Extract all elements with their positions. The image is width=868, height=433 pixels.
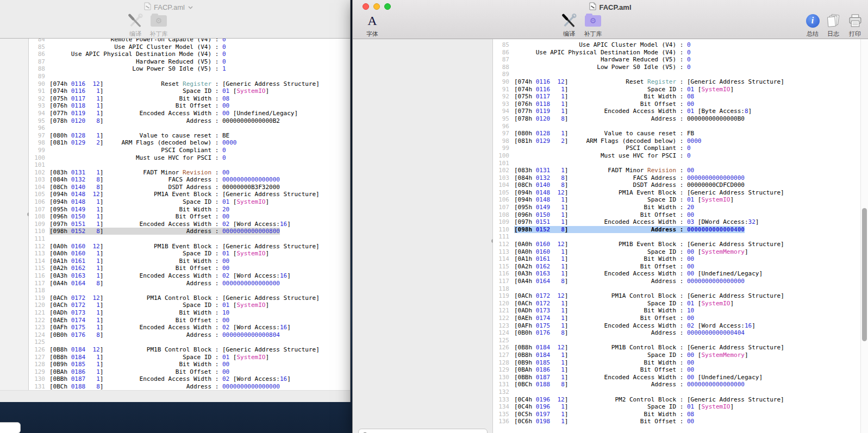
code-line[interactable]: 126[0B8h 0184 12] PM1B Control Block : [… xyxy=(493,344,861,352)
code-line[interactable]: 92[075h 0117 1] Bit Width : 08 xyxy=(493,93,861,101)
code-line[interactable]: 113[0A0h 0160 1] Space ID : 00 [SystemMe… xyxy=(493,248,861,256)
vertical-scrollbar[interactable] xyxy=(860,39,868,433)
code-line[interactable]: 94[077h 0119 1] Encoded Access Width : 0… xyxy=(29,110,347,117)
code-line[interactable]: 87 Hardware Reduced (V5) : 0 xyxy=(493,56,861,64)
code-line[interactable]: 130[0BBh 0187 1] Encoded Access Width : … xyxy=(493,374,861,381)
code-line[interactable]: 101 xyxy=(493,160,861,167)
code-line[interactable]: 88 Low Power S0 Idle (V5) : 0 xyxy=(493,64,861,71)
code-line[interactable]: 119[0ACh 0172 12] PM1A Control Block : [… xyxy=(493,292,861,300)
right-editor[interactable]: 85 Use APIC Cluster Model (V4) : 086 Use… xyxy=(493,39,861,433)
code-line[interactable]: 105[094h 0148 12] PM1A Event Block : [Ge… xyxy=(29,191,347,198)
code-line[interactable]: 100 Must use HVC for PSCI : 0 xyxy=(29,154,347,162)
code-line[interactable]: 105[094h 0148 12] PM1A Event Block : [Ge… xyxy=(493,189,861,197)
code-line[interactable]: 116[0A3h 0163 1] Encoded Access Width : … xyxy=(29,272,347,280)
code-line[interactable]: 136[0C6h 0198 1] Bit Offset : 00 xyxy=(493,418,861,425)
code-line[interactable]: 111 xyxy=(29,235,347,243)
code-line[interactable]: 93[076h 0118 1] Bit Offset : 00 xyxy=(29,102,347,110)
code-line[interactable]: 99 PSCI Compliant : 0 xyxy=(493,145,861,152)
code-line[interactable]: 107[095h 0149 1] Bit Width : 20 xyxy=(493,204,861,211)
code-line[interactable]: 132 xyxy=(493,388,861,396)
code-line[interactable]: 126[0B8h 0184 12] PM1B Control Block : [… xyxy=(29,346,347,354)
code-line[interactable]: 130[0BBh 0187 1] Encoded Access Width : … xyxy=(29,375,347,383)
code-line[interactable]: 118 xyxy=(493,285,861,293)
code-line[interactable]: 116[0A3h 0163 1] Encoded Access Width : … xyxy=(493,270,861,278)
code-line[interactable]: 103[084h 0132 8] FACS Address : 00000000… xyxy=(493,174,861,182)
code-line[interactable]: 107[095h 0149 1] Bit Width : 20 xyxy=(29,206,347,214)
code-line[interactable]: 104[08Ch 0140 8] DSDT Address : 00000000… xyxy=(29,184,347,191)
code-line[interactable]: 108[096h 0150 1] Bit Offset : 00 xyxy=(493,211,861,219)
log-button[interactable]: 日志 xyxy=(822,13,844,38)
code-line[interactable]: 120[0ACh 0172 1] Space ID : 01 [SystemIO… xyxy=(29,302,347,309)
code-line[interactable]: 110[098h 0152 8] Address : 0000000000000… xyxy=(29,228,347,235)
code-line[interactable]: 91[074h 0116 1] Space ID : 01 [SystemIO] xyxy=(29,87,347,95)
code-line[interactable]: 123[0AFh 0175 1] Encoded Access Width : … xyxy=(493,322,861,330)
code-line[interactable]: 117[0A4h 0164 8] Address : 0000000000000… xyxy=(493,278,861,285)
right-titlebar[interactable]: FACP.aml A 字体 编译 ⚙ xyxy=(353,0,868,39)
code-line[interactable]: 109[097h 0151 1] Encoded Access Width : … xyxy=(493,218,861,226)
code-line[interactable]: 122[0AEh 0174 1] Bit Offset : 00 xyxy=(493,315,861,322)
code-line[interactable]: 90[074h 0116 12] Reset Register : [Gener… xyxy=(29,80,347,88)
code-line[interactable]: 112[0A0h 0160 12] PM1B Event Block : [Ge… xyxy=(493,241,861,248)
code-line[interactable]: 118 xyxy=(29,287,347,294)
code-line[interactable]: 85 Use APIC Cluster Model (V4) : 0 xyxy=(493,41,861,49)
code-line[interactable]: 111 xyxy=(493,233,861,241)
code-line[interactable]: 98[081h 0129 2] ARM Flags (decoded below… xyxy=(493,137,861,145)
code-line[interactable]: 106[094h 0148 1] Space ID : 01 [SystemIO… xyxy=(493,196,861,204)
code-line[interactable]: 117[0A4h 0164 8] Address : 0000000000000… xyxy=(29,280,347,287)
code-line[interactable]: 97[080h 0128 1] Value to cause reset : F… xyxy=(493,130,861,137)
code-line[interactable]: 127[0B8h 0184 1] Space ID : 00 [SystemMe… xyxy=(493,352,861,359)
code-line[interactable]: 86 Use APIC Physical Destination Mode (V… xyxy=(29,51,347,58)
code-line[interactable]: 86 Use APIC Physical Destination Mode (V… xyxy=(493,49,861,57)
code-line[interactable]: 134[0C4h 0196 1] Space ID : 01 [SystemIO… xyxy=(493,403,861,411)
code-line[interactable]: 98[081h 0129 2] ARM Flags (decoded below… xyxy=(29,139,347,147)
code-line[interactable]: 97[080h 0128 1] Value to cause reset : B… xyxy=(29,132,347,140)
code-line[interactable]: 106[094h 0148 1] Space ID : 01 [SystemIO… xyxy=(29,198,347,206)
code-line[interactable]: 133[0C4h 0196 12] PM2 Control Block : [G… xyxy=(493,396,861,404)
code-line[interactable]: 87 Hardware Reduced (V5) : 0 xyxy=(29,58,347,66)
code-line[interactable]: 125 xyxy=(29,338,347,346)
code-line[interactable]: 95[078h 0120 8] Address : 00000000000000… xyxy=(29,117,347,125)
code-line[interactable]: 95[078h 0120 8] Address : 00000000000000… xyxy=(493,115,861,123)
code-line[interactable]: 125 xyxy=(493,337,861,344)
code-line[interactable]: 94[077h 0119 1] Encoded Access Width : 0… xyxy=(493,108,861,115)
code-line[interactable]: 120[0ACh 0172 1] Space ID : 01 [SystemIO… xyxy=(493,300,861,308)
left-filter-field[interactable] xyxy=(0,422,21,433)
code-line[interactable]: 99 PSCI Compliant : 0 xyxy=(29,147,347,154)
code-line[interactable]: 104[08Ch 0140 8] DSDT Address : 00000000… xyxy=(493,181,861,189)
code-line[interactable]: 84 Remote Power-on Capable (V4) : 0 xyxy=(29,39,347,43)
code-line[interactable]: 112[0A0h 0160 12] PM1B Event Block : [Ge… xyxy=(29,243,347,250)
code-line[interactable]: 102[083h 0131 1] FADT Minor Revision : 0… xyxy=(493,167,861,174)
code-line[interactable]: 123[0AFh 0175 1] Encoded Access Width : … xyxy=(29,324,347,331)
code-line[interactable]: 124[0B0h 0176 8] Address : 0000000000000… xyxy=(493,329,861,337)
code-line[interactable]: 91[074h 0116 1] Space ID : 01 [SystemIO] xyxy=(493,86,861,93)
code-line[interactable]: 90[074h 0116 12] Reset Register : [Gener… xyxy=(493,78,861,86)
code-line[interactable]: 131[0BCh 0188 8] Address : 0000000000000… xyxy=(29,383,347,390)
code-line[interactable]: 113[0A0h 0160 1] Space ID : 01 [SystemIO… xyxy=(29,250,347,258)
font-button[interactable]: A 字体 xyxy=(359,13,385,38)
code-line[interactable]: 108[096h 0150 1] Bit Offset : 00 xyxy=(29,213,347,221)
code-line[interactable]: 92[075h 0117 1] Bit Width : 08 xyxy=(29,95,347,103)
code-line[interactable]: 100 Must use HVC for PSCI : 0 xyxy=(493,152,861,160)
code-line[interactable]: 114[0A1h 0161 1] Bit Width : 00 xyxy=(493,255,861,263)
code-line[interactable]: 115[0A2h 0162 1] Bit Offset : 00 xyxy=(29,265,347,272)
left-titlebar[interactable]: FACP.aml 编译 ⚙ xyxy=(0,0,350,39)
code-line[interactable]: 103[084h 0132 8] FACS Address : 00000000… xyxy=(29,176,347,184)
code-line[interactable]: 135[0C5h 0197 1] Bit Width : 08 xyxy=(493,411,861,418)
code-line[interactable]: 110[098h 0152 8] Address : 0000000000000… xyxy=(493,226,861,234)
code-line[interactable]: 129[0BAh 0186 1] Bit Offset : 00 xyxy=(493,366,861,374)
print-button[interactable]: 打印 xyxy=(844,13,866,38)
code-line[interactable]: 122[0AEh 0174 1] Bit Offset : 00 xyxy=(29,317,347,324)
code-line[interactable]: 96 xyxy=(29,124,347,132)
code-line[interactable]: 121[0ADh 0173 1] Bit Width : 10 xyxy=(493,307,861,315)
compile-button[interactable]: 编译 xyxy=(558,13,580,38)
chevron-down-icon[interactable] xyxy=(188,4,193,10)
code-line[interactable]: 89 xyxy=(493,71,861,78)
left-editor[interactable]: 84 Remote Power-on Capable (V4) : 085 Us… xyxy=(29,39,347,390)
code-line[interactable]: 128[0B9h 0185 1] Bit Width : 00 xyxy=(29,361,347,368)
code-line[interactable]: 131[0BCh 0188 8] Address : 0000000000000… xyxy=(493,381,861,388)
code-line[interactable]: 109[097h 0151 1] Encoded Access Width : … xyxy=(29,221,347,228)
code-line[interactable]: 85 Use APIC Cluster Model (V4) : 0 xyxy=(29,43,347,51)
code-line[interactable]: 93[076h 0118 1] Bit Offset : 00 xyxy=(493,101,861,108)
code-line[interactable]: 124[0B0h 0176 8] Address : 0000000000000… xyxy=(29,331,347,339)
scrollbar-thumb[interactable] xyxy=(862,208,867,341)
